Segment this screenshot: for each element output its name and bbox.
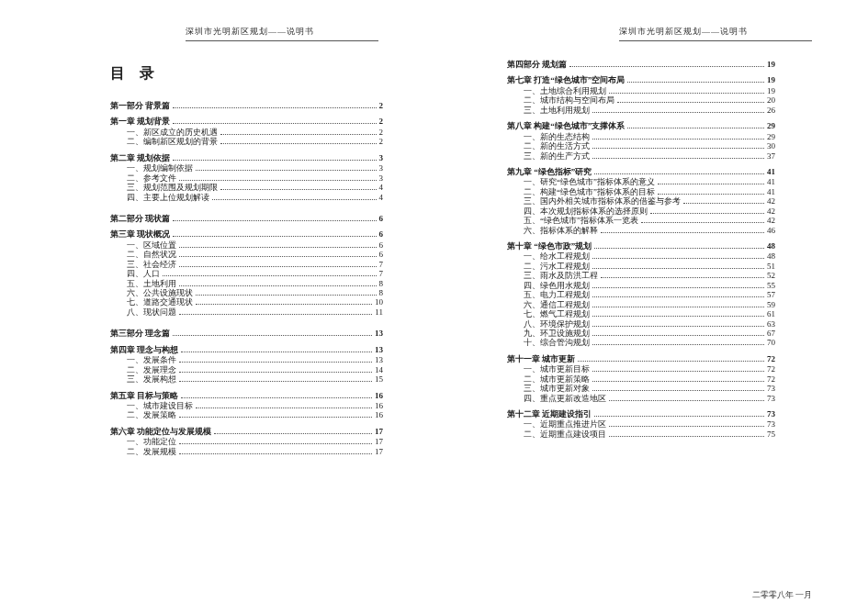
toc-entry-page: 42 (767, 197, 775, 206)
toc-entry: 七、道路交通现状10 (127, 298, 383, 307)
toc-leader (601, 232, 764, 233)
toc-entry: 二、发展策略16 (127, 411, 383, 419)
toc-entry-page: 30 (767, 142, 775, 151)
toc-entry: 二、编制新区规划的背景2 (127, 138, 383, 146)
toc-entry-label: 一、发展条件 (127, 356, 176, 364)
toc-entry: 一、规划编制依据3 (127, 164, 383, 173)
toc-entry-page: 14 (375, 366, 383, 374)
toc-leader (592, 326, 764, 327)
toc-leader (650, 213, 764, 214)
toc-entry-page: 17 (375, 428, 383, 436)
toc-entry-label: 七、道路交通现状 (127, 298, 193, 307)
toc-entry-label: 四、绿色用水规划 (524, 282, 590, 290)
toc-entry-label: 二、构建“绿色城市”指标体系的目标 (524, 188, 655, 196)
toc-entry: 三、发展构想15 (127, 375, 383, 384)
toc-entry-label: 二、近期重点建设项目 (524, 430, 606, 439)
toc-leader (592, 344, 764, 345)
toc-leader (594, 416, 764, 417)
toc-entry-page: 42 (767, 217, 775, 225)
toc-entry: 五、电力工程规划57 (524, 291, 775, 299)
toc-entry-label: 第十章 “绿色市政”规划 (507, 242, 592, 251)
toc-entry: 五、“绿色城市”指标体系一览表42 (524, 217, 775, 225)
toc-entry: 第三章 现状概况6 (110, 230, 383, 239)
toc-entry-label: 一、给水工程规划 (524, 252, 590, 261)
toc-entry-label: 三、新的生产方式 (524, 152, 590, 161)
running-head: 深圳市光明新区规划——说明书 (186, 26, 378, 41)
toc-leader (179, 266, 377, 267)
toc-entry: 二、新的生活方式30 (524, 142, 775, 151)
toc-leader (641, 222, 764, 223)
toc-leader (181, 352, 372, 352)
toc-entry-label: 三、雨水及防洪工程 (524, 272, 598, 280)
toc-entry: 十、综合管沟规划70 (524, 339, 775, 347)
toc-entry-label: 八、环境保护规划 (524, 320, 590, 329)
toc-leader (592, 316, 764, 317)
running-head-text: 深圳市光明新区规划——说明书 (619, 27, 748, 36)
toc-entry-label: 一、功能定位 (127, 438, 176, 446)
toc-entry: 二、发展理念14 (127, 366, 383, 374)
toc-entry-page: 15 (375, 375, 383, 384)
toc-entry-page: 2 (379, 128, 384, 137)
toc-entry: 三、国内外相关城市指标体系的借鉴与参考42 (524, 197, 775, 206)
toc-leader (196, 407, 372, 408)
toc-entry-label: 第三章 现状概况 (110, 230, 170, 239)
toc-leader (569, 66, 764, 67)
toc-entry-label: 一、城市更新目标 (524, 365, 590, 374)
toc-entry: 第三部分 理念篇13 (110, 329, 383, 338)
toc-leader (173, 335, 372, 336)
toc-entry-page: 19 (767, 76, 775, 84)
toc-entry-page: 10 (375, 298, 383, 307)
toc-leader (592, 390, 764, 391)
running-head-text: 深圳市光明新区规划——说明书 (186, 27, 314, 36)
toc-entry-label: 一、近期重点推进片区 (524, 420, 606, 429)
toc-leader (214, 433, 372, 434)
toc-entry-page: 42 (767, 207, 775, 216)
toc-entry: 一、区域位置6 (127, 241, 383, 250)
toc-leader (592, 371, 764, 372)
toc-entry-page: 17 (375, 448, 383, 456)
toc-leader (179, 453, 372, 454)
toc-entry-page: 55 (767, 282, 775, 290)
toc-leader (173, 160, 376, 161)
toc-leader (220, 134, 377, 135)
toc-leader (173, 107, 376, 108)
toc-entry: 七、燃气工程规划61 (524, 310, 775, 318)
toc-entry-page: 8 (379, 289, 384, 297)
toc-entry: 三、雨水及防洪工程52 (524, 272, 775, 280)
toc-entry-label: 五、电力工程规划 (524, 291, 590, 299)
toc-leader (212, 199, 377, 200)
toc-entry: 第六章 功能定位与发展规模17 (110, 428, 383, 436)
toc-entry: 四、主要上位规划解读4 (127, 194, 383, 202)
toc-entry-page: 29 (767, 133, 775, 141)
toc-entry: 二、参考文件3 (127, 174, 383, 183)
toc-leader (179, 372, 372, 373)
toc-leader (578, 361, 764, 362)
toc-leader (592, 158, 764, 159)
toc-entry: 三、规划范围及规划期限4 (127, 184, 383, 192)
toc-entry-page: 16 (375, 392, 383, 400)
toc-leader (592, 258, 764, 259)
toc-entry-page: 73 (767, 395, 775, 403)
toc-leader (196, 304, 372, 305)
toc-entry-page: 13 (375, 329, 383, 338)
toc-entry-label: 二、城市更新策略 (524, 375, 590, 384)
toc-leader (609, 436, 764, 437)
toc-entry-label: 第四章 理念与构想 (110, 346, 178, 354)
toc-entry-page: 48 (767, 242, 775, 251)
toc-entry: 六、公共设施现状8 (127, 289, 383, 297)
toc-entry-label: 二、城市结构与空间布局 (524, 96, 614, 105)
toc-entry-label: 一、土地综合利用规划 (524, 87, 606, 95)
toc-entry: 六、指标体系的解释46 (524, 227, 775, 235)
toc-entry: 四、绿色用水规划55 (524, 282, 775, 290)
toc-entry: 二、近期重点建设项目75 (524, 430, 775, 439)
running-head-rule (186, 40, 378, 41)
toc-entry-page: 41 (767, 188, 775, 196)
toc-entry: 二、发展规模17 (127, 448, 383, 456)
page-left: 深圳市光明新区规划——说明书 目 录 第一部分 背景篇2第一章 规划背景2一、新… (0, 0, 434, 614)
toc-entry-page: 48 (767, 252, 775, 261)
toc-entry-page: 16 (375, 411, 383, 419)
toc-entry: 第十章 “绿色市政”规划48 (507, 242, 775, 251)
toc-entry: 三、社会经济7 (127, 261, 383, 269)
toc-entry: 二、污水工程规划51 (524, 262, 775, 271)
toc-leader (617, 102, 764, 103)
